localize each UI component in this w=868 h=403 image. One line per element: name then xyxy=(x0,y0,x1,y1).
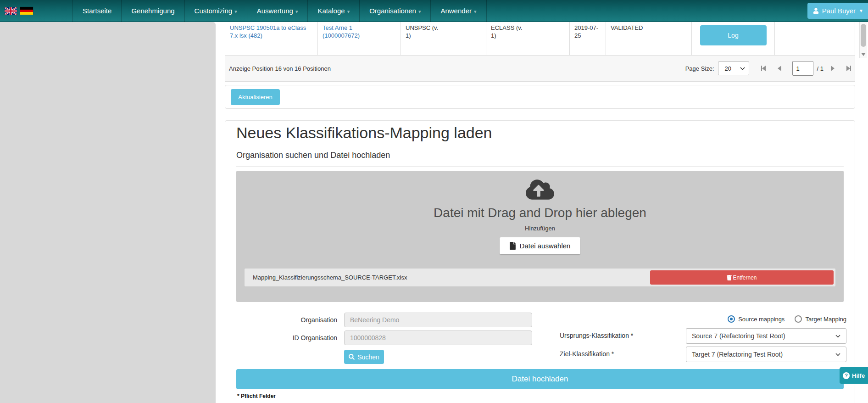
remove-file-button[interactable]: Entfernen xyxy=(650,270,834,285)
next-page-icon[interactable] xyxy=(831,66,835,71)
organisation-field[interactable] xyxy=(344,313,532,327)
left-sidebar xyxy=(0,22,216,403)
log-button[interactable]: Log xyxy=(700,25,767,45)
cell-status: VALIDATED xyxy=(606,22,691,55)
radio-source-label: Source mappings xyxy=(738,316,785,323)
main-nav: Startseite Genehmigung Customizing▾ Ausw… xyxy=(72,0,487,22)
pagination: Page Size: 20 / 1 xyxy=(685,61,851,76)
remove-file-label: Entfernen xyxy=(733,274,757,281)
caret-down-icon: ▾ xyxy=(418,9,421,14)
page-size-value: 20 xyxy=(725,65,731,72)
cell-source-schema: UNSPSC (v. 1) xyxy=(401,22,486,55)
cell-organisation: Test Arne 1 (1000007672) xyxy=(317,22,401,55)
nav-item-customizing[interactable]: Customizing▾ xyxy=(185,0,247,22)
scrollbar-thumb[interactable] xyxy=(861,24,866,47)
caret-down-icon: ▼ xyxy=(859,8,863,13)
organisation-link[interactable]: Test Arne 1 (1000007672) xyxy=(323,24,382,39)
source-classification-select[interactable]: Source 7 (Refactoring Test Root) xyxy=(686,328,846,344)
target-classification-select[interactable]: Target 7 (Refactoring Test Root) xyxy=(686,347,846,362)
cell-date: 2019-07-25 xyxy=(569,22,606,55)
nav-label: Organisationen xyxy=(369,7,416,15)
nav-item-startseite[interactable]: Startseite xyxy=(72,0,122,22)
last-page-icon[interactable] xyxy=(846,66,851,71)
file-icon xyxy=(510,242,516,250)
search-icon xyxy=(349,354,355,360)
total-pages-text: / 1 xyxy=(817,65,823,72)
user-menu-button[interactable]: Paul Buyer ▼ xyxy=(807,3,868,19)
refresh-button[interactable]: Aktualisieren xyxy=(231,89,280,105)
table-footer: Anzeige Position 16 von 16 Positionen Pa… xyxy=(225,55,855,81)
divider xyxy=(236,166,844,167)
nav-item-auswertung[interactable]: Auswertung▾ xyxy=(247,0,308,22)
nav-label: Kataloge xyxy=(317,7,345,15)
language-switcher xyxy=(5,7,33,15)
cell-mapping-file: UNSPSC 190501a to eClass 7.x lsx (482) xyxy=(225,22,317,55)
table-row: UNSPSC 190501a to eClass 7.x lsx (482) T… xyxy=(225,22,855,55)
user-icon xyxy=(813,8,819,14)
prev-page-icon[interactable] xyxy=(778,66,781,71)
radio-target-label: Target Mapping xyxy=(805,316,846,323)
radio-unselected-icon xyxy=(795,315,802,323)
radio-selected-icon xyxy=(728,315,735,323)
status-badge: VALIDATED xyxy=(611,24,643,31)
mapping-direction-radios: Source mappings Target Mapping xyxy=(642,315,846,323)
question-circle-icon: ? xyxy=(843,372,850,379)
first-page-icon[interactable] xyxy=(761,66,766,71)
table-scrollbar xyxy=(859,22,867,58)
help-button[interactable]: ? Hilfe xyxy=(840,367,868,384)
dropzone-text: Datei mit Drag and Drop hier ablegen xyxy=(236,206,844,220)
nav-item-organisationen[interactable]: Organisationen▾ xyxy=(360,0,431,22)
file-name: Mapping_Klassifizierungsschema_SOURCE-TA… xyxy=(253,274,407,281)
upload-file-button[interactable]: Datei hochladen xyxy=(236,369,844,389)
page-subtitle: Organisation suchen und Datei hochladen xyxy=(236,151,390,160)
org-id-label: ID Organisation xyxy=(236,334,337,341)
page-number-input[interactable] xyxy=(792,61,813,76)
nav-label: Customizing xyxy=(195,7,233,15)
nav-label: Auswertung xyxy=(257,7,293,15)
search-label: Suchen xyxy=(357,353,379,361)
page-size-select[interactable]: 20 xyxy=(718,62,749,75)
radio-target-mapping[interactable]: Target Mapping xyxy=(795,315,846,323)
nav-item-kataloge[interactable]: Kataloge▾ xyxy=(308,0,360,22)
mapping-file-link[interactable]: UNSPSC 190501a to eClass 7.x lsx (482) xyxy=(230,24,313,39)
date-text: 2019-07-25 xyxy=(574,24,598,39)
file-dropzone[interactable]: Datei mit Drag and Drop hier ablegen Hin… xyxy=(236,171,844,302)
position-text: Anzeige Position 16 von 16 Positionen xyxy=(229,65,331,72)
scroll-down-icon[interactable] xyxy=(861,53,866,56)
trash-icon xyxy=(727,275,732,280)
target-classification-value: Target 7 (Refactoring Test Root) xyxy=(692,351,783,358)
required-fields-note: * Pflicht Felder xyxy=(237,393,276,399)
top-navbar: Startseite Genehmigung Customizing▾ Ausw… xyxy=(0,0,868,22)
uk-flag-icon[interactable] xyxy=(5,7,17,15)
uploaded-file-row: Mapping_Klassifizierungsschema_SOURCE-TA… xyxy=(245,269,835,286)
nav-label: Anwender xyxy=(440,7,472,15)
caret-down-icon: ▾ xyxy=(234,9,237,14)
org-id-field[interactable] xyxy=(344,330,532,345)
refresh-panel: Aktualisieren xyxy=(225,85,855,109)
source-schema-text: UNSPSC (v. 1) xyxy=(406,24,443,39)
cloud-upload-icon xyxy=(526,178,554,201)
nav-item-genehmigung[interactable]: Genehmigung xyxy=(122,0,184,22)
chevron-down-icon xyxy=(835,335,840,338)
caret-down-icon: ▾ xyxy=(295,9,298,14)
target-classification-label: Ziel-Klassifikation * xyxy=(560,350,614,358)
caret-down-icon: ▾ xyxy=(474,9,477,14)
caret-down-icon: ▾ xyxy=(347,9,350,14)
help-label: Hilfe xyxy=(852,372,865,379)
cell-log: Log xyxy=(691,22,774,55)
nav-label: Genehmigung xyxy=(131,7,174,15)
nav-label: Startseite xyxy=(83,7,111,15)
source-classification-value: Source 7 (Refactoring Test Root) xyxy=(692,332,785,340)
german-flag-icon[interactable] xyxy=(20,7,33,15)
cell-target-schema: ECLASS (v. 1) xyxy=(486,22,569,55)
target-schema-text: ECLASS (v. 1) xyxy=(491,24,529,39)
page-size-label: Page Size: xyxy=(685,65,714,72)
choose-file-label: Datei auswählen xyxy=(520,242,571,250)
nav-item-anwender[interactable]: Anwender▾ xyxy=(431,0,486,22)
page-root: Startseite Genehmigung Customizing▾ Ausw… xyxy=(0,0,868,403)
search-button[interactable]: Suchen xyxy=(344,350,384,364)
radio-source-mappings[interactable]: Source mappings xyxy=(728,315,785,323)
dropzone-add-text: Hinzufügen xyxy=(236,225,844,232)
choose-file-button[interactable]: Datei auswählen xyxy=(500,237,581,254)
organisation-label: Organisation xyxy=(236,316,337,324)
